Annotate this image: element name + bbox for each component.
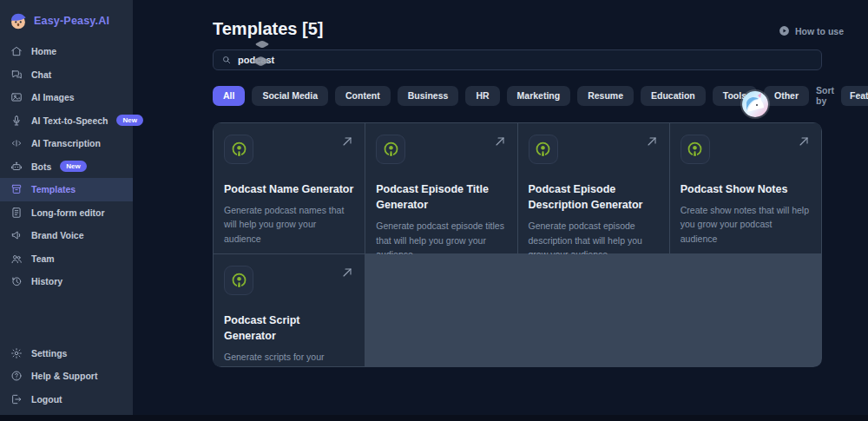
sidebar-item-label: Chat [31, 69, 51, 80]
sidebar-item-team[interactable]: Team [0, 247, 133, 271]
filter-tab-all[interactable]: All [213, 86, 245, 106]
template-icon-frame [529, 135, 558, 164]
arrow-up-right-icon [493, 135, 507, 152]
template-title: Podcast Name Generator [224, 181, 354, 197]
template-icon-frame [224, 266, 253, 295]
template-card-podcast-show-notes[interactable]: Podcast Show Notes Create show notes tha… [670, 123, 821, 253]
brand-logo[interactable]: Easy-Peasy.AI [0, 0, 133, 40]
sidebar-item-chat[interactable]: Chat [0, 63, 133, 87]
gear-icon [10, 347, 23, 359]
microphone-icon [10, 115, 23, 127]
chat-icon [10, 69, 23, 81]
how-to-use-link[interactable]: How to use [779, 25, 844, 36]
sidebar-item-label: AI Images [31, 92, 75, 102]
filter-tab-social-media[interactable]: Social Media [252, 86, 328, 106]
sidebar-item-label: Home [31, 46, 56, 56]
help-icon [10, 370, 23, 382]
brand-name: Easy-Peasy.AI [34, 15, 109, 27]
sidebar-item-label: AI Text-to-Speech [31, 115, 108, 126]
category-filter-row: All Social Media Content Business HR Mar… [213, 85, 822, 106]
template-card-podcast-episode-title-generator[interactable]: Podcast Episode Title Generator Generate… [365, 123, 516, 253]
new-badge: New [116, 115, 142, 126]
new-badge: New [60, 161, 86, 172]
sidebar-item-label: Team [31, 253, 55, 264]
sort-dropdown[interactable]: Featured [841, 86, 868, 106]
card-top [224, 266, 354, 295]
podcast-icon [534, 141, 552, 159]
card-top [681, 135, 811, 164]
template-icon-frame [376, 135, 405, 164]
filter-tab-other[interactable]: Other [764, 86, 809, 106]
sidebar-item-help-support[interactable]: Help & Support [0, 365, 133, 388]
template-icon-frame [224, 135, 253, 164]
sidebar-item-ai-transcription[interactable]: AI Transcription [0, 132, 133, 155]
sidebar-item-label: History [31, 276, 62, 286]
sidebar-item-settings[interactable]: Settings [0, 342, 133, 365]
filter-tab-business[interactable]: Business [398, 86, 459, 106]
sidebar-item-label: Long-form editor [31, 207, 105, 218]
arrow-up-right-icon [645, 135, 659, 152]
filter-tab-hr[interactable]: HR [465, 86, 499, 106]
podcast-icon [230, 272, 248, 290]
sidebar-item-history[interactable]: History [0, 270, 133, 293]
template-title: Podcast Script Generator [224, 312, 354, 344]
unicorn-avatar-image [742, 91, 768, 117]
sidebar-footer: Settings Help & Support Logout [0, 342, 133, 416]
megaphone-icon [10, 229, 23, 241]
images-icon [10, 91, 23, 103]
transcription-icon [10, 137, 23, 149]
search-icon [221, 55, 232, 65]
search-bar [213, 49, 822, 70]
filter-tab-resume[interactable]: Resume [577, 86, 634, 106]
template-icon-frame [681, 135, 710, 164]
template-grid: Podcast Name Generator Generate podcast … [213, 122, 822, 367]
sidebar-item-label: Bots [31, 161, 51, 172]
template-title: Podcast Episode Title Generator [376, 181, 506, 213]
sidebar-item-home[interactable]: Home [0, 40, 133, 63]
template-card-podcast-script-generator[interactable]: Podcast Script Generator Generate script… [214, 254, 365, 366]
history-icon [10, 275, 23, 287]
filter-tab-education[interactable]: Education [641, 86, 706, 106]
cursor-artifact [255, 40, 270, 48]
page-title: Templates [5] [213, 19, 323, 39]
document-icon [10, 207, 23, 219]
sidebar-item-long-form-editor[interactable]: Long-form editor [0, 201, 133, 225]
template-description: Generate scripts for your podcast episod… [224, 350, 354, 367]
card-top [529, 135, 659, 164]
brand-mascot-icon [9, 11, 28, 30]
team-icon [10, 253, 23, 265]
how-to-use-label: How to use [795, 26, 844, 36]
sidebar-item-ai-text-to-speech[interactable]: AI Text-to-Speech New [0, 109, 133, 133]
sidebar-item-label: AI Transcription [31, 138, 101, 148]
card-top [376, 135, 506, 164]
arrow-up-right-icon [340, 266, 354, 283]
podcast-icon [686, 141, 704, 159]
robot-icon [10, 161, 23, 173]
avatar[interactable] [742, 91, 768, 117]
app-window: Easy-Peasy.AI Home Chat AI Images AI Tex… [0, 0, 868, 421]
sidebar-item-label: Settings [31, 348, 67, 359]
template-card-podcast-episode-description-generator[interactable]: Podcast Episode Description Generator Ge… [518, 123, 669, 253]
sidebar-item-logout[interactable]: Logout [0, 388, 133, 411]
template-title: Podcast Show Notes [681, 181, 811, 197]
filter-tab-content[interactable]: Content [335, 86, 391, 106]
arrow-up-right-icon [340, 135, 354, 152]
sidebar: Easy-Peasy.AI Home Chat AI Images AI Tex… [0, 0, 133, 415]
sidebar-item-bots[interactable]: Bots New [0, 155, 133, 179]
sidebar-item-templates[interactable]: Templates [0, 178, 133, 201]
sort-by-label: Sort by [816, 85, 834, 106]
template-card-podcast-name-generator[interactable]: Podcast Name Generator Generate podcast … [214, 123, 365, 253]
sidebar-item-ai-images[interactable]: AI Images [0, 86, 133, 109]
grid-empty-area [365, 254, 821, 366]
search-input[interactable] [238, 55, 759, 65]
podcast-icon [382, 141, 400, 159]
sort-area: Sort by Featured [816, 85, 868, 106]
template-description: Create show notes that will help you gro… [681, 203, 811, 246]
play-circle-icon [779, 25, 790, 36]
filter-tab-marketing[interactable]: Marketing [507, 86, 571, 106]
sidebar-item-label: Brand Voice [31, 230, 84, 240]
sort-value: Featured [850, 90, 868, 101]
sidebar-item-brand-voice[interactable]: Brand Voice [0, 224, 133, 247]
sidebar-item-label: Logout [31, 394, 62, 405]
arrow-up-right-icon [797, 135, 811, 152]
